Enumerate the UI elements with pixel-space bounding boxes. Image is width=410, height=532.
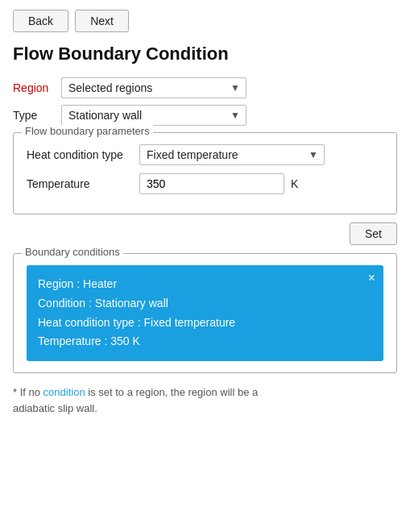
- back-button[interactable]: Back: [13, 10, 68, 32]
- condition-close-button[interactable]: ×: [368, 272, 375, 285]
- temperature-unit: K: [291, 177, 298, 190]
- footer-highlight: condition: [43, 386, 85, 398]
- type-dropdown[interactable]: Stationary wall: [61, 105, 246, 126]
- set-button-row: Set: [13, 222, 397, 245]
- region-row: Region Selected regions ▼: [13, 77, 397, 98]
- top-buttons: Back Next: [13, 10, 397, 32]
- flow-params-box: Flow boundary parameters Heat condition …: [13, 132, 397, 214]
- type-dropdown-wrapper: Stationary wall ▼: [61, 105, 246, 126]
- condition-card: × Region : Heater Condition : Stationary…: [27, 265, 383, 361]
- card-temperature: Temperature : 350 K: [38, 332, 372, 351]
- boundary-conditions-legend: Boundary conditions: [22, 246, 123, 258]
- heat-condition-row: Heat condition type Fixed temperature ▼: [27, 144, 383, 165]
- footer-note-suffix: adiabatic slip wall.: [13, 402, 97, 414]
- type-row: Type Stationary wall ▼: [13, 105, 397, 126]
- page-title: Flow Boundary Condition: [13, 44, 397, 64]
- region-dropdown-wrapper: Selected regions ▼: [61, 77, 246, 98]
- card-condition: Condition : Stationary wall: [38, 294, 372, 314]
- region-dropdown[interactable]: Selected regions: [61, 77, 246, 98]
- region-label: Region: [13, 81, 61, 94]
- heat-dropdown-wrapper: Fixed temperature ▼: [139, 144, 325, 165]
- flow-params-legend: Flow boundary parameters: [22, 125, 153, 137]
- temperature-row: Temperature K: [27, 173, 383, 194]
- heat-condition-dropdown[interactable]: Fixed temperature: [139, 144, 325, 165]
- set-button[interactable]: Set: [350, 222, 397, 245]
- temperature-label: Temperature: [27, 177, 139, 190]
- footer-note: * If no condition is set to a region, th…: [13, 384, 397, 416]
- next-button[interactable]: Next: [75, 10, 129, 32]
- temperature-input[interactable]: [139, 173, 284, 194]
- card-heat-type: Heat condition type : Fixed temperature: [38, 314, 372, 333]
- heat-condition-label: Heat condition type: [27, 148, 139, 161]
- card-region: Region : Heater: [38, 275, 372, 294]
- type-label: Type: [13, 109, 61, 122]
- boundary-conditions-box: Boundary conditions × Region : Heater Co…: [13, 253, 397, 373]
